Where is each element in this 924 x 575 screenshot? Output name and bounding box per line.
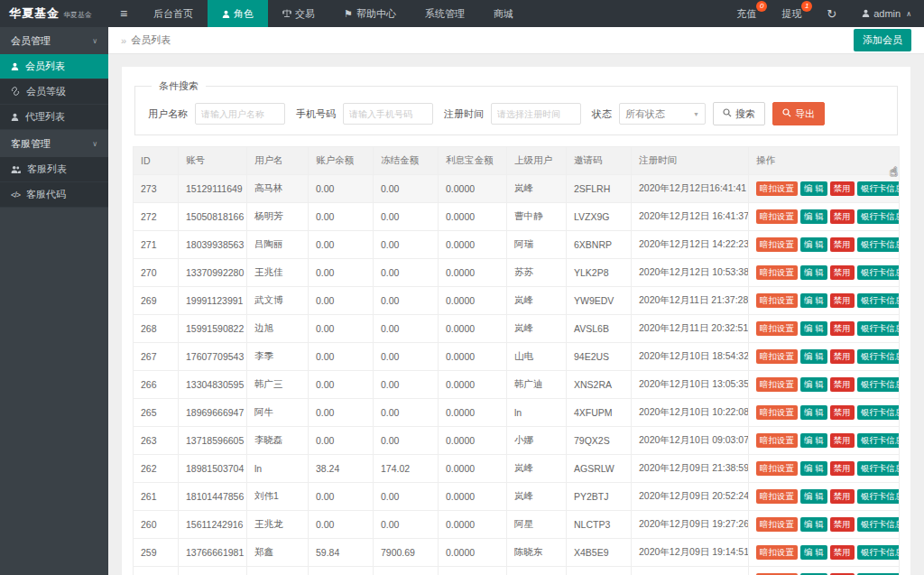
sidebar-item-member-list[interactable]: 会员列表 (0, 54, 108, 79)
disable-button[interactable]: 禁用 (830, 433, 855, 448)
admin-menu[interactable]: admin ∧ (849, 0, 924, 27)
hidden-deduct-settings-button[interactable]: 暗扣设置 (756, 349, 798, 364)
hidden-deduct-settings-button[interactable]: 暗扣设置 (756, 209, 798, 224)
disable-button[interactable]: 禁用 (830, 377, 855, 392)
cell-frozen: 0.00 (374, 203, 439, 231)
bank-card-info-button[interactable]: 银行卡信息 (857, 181, 900, 196)
hidden-deduct-settings-button[interactable]: 暗扣设置 (756, 321, 798, 336)
edit-button[interactable]: 编 辑 (800, 321, 827, 336)
nav-item-trade[interactable]: 交易 (268, 0, 329, 27)
edit-button[interactable]: 编 辑 (800, 349, 827, 364)
disable-button[interactable]: 禁用 (830, 405, 855, 420)
sidebar-item-service-code[interactable]: </> 客服代码 (0, 182, 108, 208)
cell-balance: 0.00 (309, 203, 374, 231)
edit-button[interactable]: 编 辑 (800, 405, 827, 420)
sidebar-group-service-management[interactable]: 客服管理 ∨ (0, 130, 108, 157)
refresh-icon[interactable]: ↻ (814, 0, 849, 27)
bank-card-info-button[interactable]: 银行卡信息 (857, 405, 900, 420)
bank-card-info-button[interactable]: 银行卡信息 (857, 209, 900, 224)
menu-toggle-icon[interactable]: ≡ (108, 6, 139, 21)
disable-button[interactable]: 禁用 (830, 265, 855, 280)
bank-card-info-button[interactable]: 银行卡信息 (857, 517, 900, 532)
edit-button[interactable]: 编 辑 (800, 181, 827, 196)
edit-button[interactable]: 编 辑 (800, 293, 827, 308)
cell-interest: 0.0000 (439, 315, 507, 343)
cell-frozen: 0.00 (374, 231, 439, 259)
export-button[interactable]: 导出 (772, 102, 825, 125)
regtime-input[interactable] (491, 103, 581, 125)
username-input[interactable] (195, 103, 285, 125)
disable-button[interactable]: 禁用 (830, 181, 855, 196)
hidden-deduct-settings-button[interactable]: 暗扣设置 (756, 265, 798, 280)
edit-button[interactable]: 编 辑 (800, 489, 827, 504)
bank-card-info-button[interactable]: 银行卡信息 (857, 377, 900, 392)
username-label: 用户名称 (148, 107, 188, 121)
phone-input[interactable] (343, 103, 433, 125)
sidebar-group-member-management[interactable]: 会员管理 ∨ (0, 27, 108, 54)
disable-button[interactable]: 禁用 (830, 209, 855, 224)
nav-item-system-management[interactable]: 系统管理 (411, 0, 479, 27)
hidden-deduct-settings-button[interactable]: 暗扣设置 (756, 545, 798, 560)
bank-card-info-button[interactable]: 银行卡信息 (857, 489, 900, 504)
bank-card-info-button[interactable]: 银行卡信息 (857, 293, 900, 308)
hidden-deduct-settings-button[interactable]: 暗扣设置 (756, 489, 798, 504)
bank-card-info-button[interactable]: 银行卡信息 (857, 349, 900, 364)
cell-account: 15329345294 (179, 567, 247, 575)
bank-card-info-button[interactable]: 银行卡信息 (857, 461, 900, 476)
edit-button[interactable]: 编 辑 (800, 433, 827, 448)
table-row: 27118039938563吕陶丽0.000.000.0000阿瑞6XBNRP2… (134, 231, 900, 259)
cell-superior: ln (507, 399, 567, 427)
nav-item-help-center[interactable]: ⚑ 帮助中心 (329, 0, 411, 27)
add-member-button[interactable]: 添加会员 (854, 29, 911, 51)
bank-card-info-button[interactable]: 银行卡信息 (857, 237, 900, 252)
hidden-deduct-settings-button[interactable]: 暗扣设置 (756, 377, 798, 392)
cell-actions: 暗扣设置编 辑禁用银行卡信息… (749, 399, 900, 427)
disable-button[interactable]: 禁用 (830, 489, 855, 504)
bank-card-info-button[interactable]: 银行卡信息 (857, 265, 900, 280)
disable-button[interactable]: 禁用 (830, 517, 855, 532)
edit-button[interactable]: 编 辑 (800, 377, 827, 392)
cell-invite-code: YLK2P8 (567, 259, 632, 287)
edit-button[interactable]: 编 辑 (800, 265, 827, 280)
person-icon (11, 112, 19, 123)
sidebar-item-agent-list[interactable]: 代理列表 (0, 105, 108, 130)
cell-superior: 山电 (507, 343, 567, 371)
disable-button[interactable]: 禁用 (830, 545, 855, 560)
table-row: 26613304830595韩广三0.000.000.0000韩广迪XNS2RA… (134, 371, 900, 399)
hidden-deduct-settings-button[interactable]: 暗扣设置 (756, 405, 798, 420)
sidebar-item-service-list[interactable]: 客服列表 (0, 157, 108, 182)
bank-card-info-button[interactable]: 银行卡信息 (857, 433, 900, 448)
cell-id: 267 (134, 343, 179, 371)
hidden-deduct-settings-button[interactable]: 暗扣设置 (756, 293, 798, 308)
cell-superior: 曹中静 (507, 203, 567, 231)
search-button[interactable]: 搜索 (713, 102, 765, 125)
disable-button[interactable]: 禁用 (830, 293, 855, 308)
edit-button[interactable]: 编 辑 (800, 517, 827, 532)
recharge-link[interactable]: 充值 0 (724, 0, 769, 27)
nav-item-home[interactable]: 后台首页 (139, 0, 208, 27)
sidebar-item-member-level[interactable]: 会员等级 (0, 79, 108, 105)
hidden-deduct-settings-button[interactable]: 暗扣设置 (756, 517, 798, 532)
disable-button[interactable]: 禁用 (830, 461, 855, 476)
disable-button[interactable]: 禁用 (830, 321, 855, 336)
bank-card-info-button[interactable]: 银行卡信息 (857, 321, 900, 336)
edit-button[interactable]: 编 辑 (800, 209, 827, 224)
bank-card-info-button[interactable]: 银行卡信息 (857, 545, 900, 560)
cell-frozen: 0.00 (374, 399, 439, 427)
hidden-deduct-settings-button[interactable]: 暗扣设置 (756, 237, 798, 252)
person-icon (222, 10, 230, 18)
cell-frozen: 0.00 (374, 427, 439, 455)
hidden-deduct-settings-button[interactable]: 暗扣设置 (756, 181, 798, 196)
edit-button[interactable]: 编 辑 (800, 237, 827, 252)
hidden-deduct-settings-button[interactable]: 暗扣设置 (756, 461, 798, 476)
nav-item-role[interactable]: 角色 (208, 0, 268, 27)
status-select[interactable]: 所有状态 ▼ (619, 103, 706, 125)
hidden-deduct-settings-button[interactable]: 暗扣设置 (756, 433, 798, 448)
edit-button[interactable]: 编 辑 (800, 461, 827, 476)
edit-button[interactable]: 编 辑 (800, 545, 827, 560)
disable-button[interactable]: 禁用 (830, 349, 855, 364)
cell-actions: 暗扣设置编 辑禁用银行卡信息… (749, 231, 900, 259)
withdraw-link[interactable]: 提现 1 (769, 0, 814, 27)
disable-button[interactable]: 禁用 (830, 237, 855, 252)
nav-item-mall[interactable]: 商城 (479, 0, 528, 27)
